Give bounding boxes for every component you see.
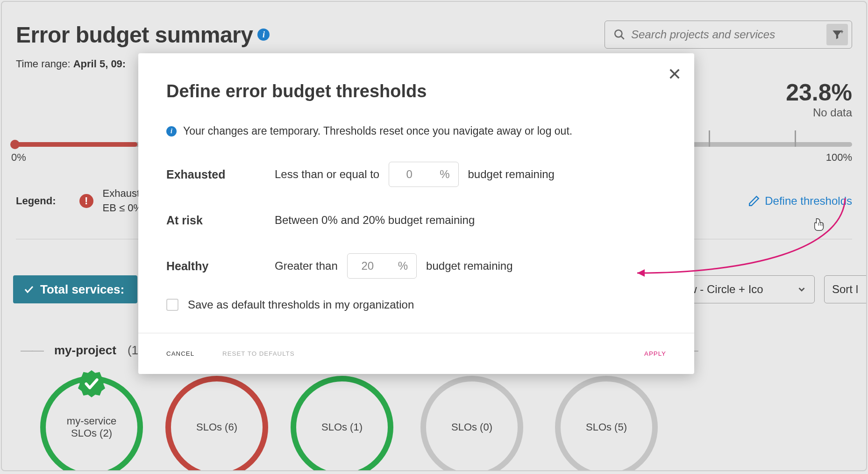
- exhausted-post: budget remaining: [468, 168, 555, 181]
- check-icon: [23, 284, 35, 295]
- info-icon[interactable]: i: [257, 29, 270, 41]
- gauge-left-label: 0%: [11, 151, 26, 164]
- search-input[interactable]: [626, 28, 826, 41]
- legend-label: Legend:: [16, 195, 56, 207]
- svg-line-1: [621, 36, 624, 39]
- pencil-icon: [748, 195, 760, 207]
- thresholds-modal: Define error budget thresholds i Your ch…: [138, 53, 694, 374]
- page-title: Error budget summary: [16, 22, 253, 48]
- healthy-label: Healthy: [166, 259, 264, 273]
- gauge-right-label: 100%: [826, 151, 852, 164]
- search-box[interactable]: +: [605, 21, 852, 49]
- stat-value: 23.8%: [786, 79, 852, 106]
- funnel-plus-icon: +: [831, 29, 843, 41]
- service-circle[interactable]: SLOs (6): [165, 376, 268, 471]
- service-circle[interactable]: SLOs (0): [420, 376, 523, 471]
- service-slo-count: SLOs (2): [71, 427, 112, 439]
- reset-defaults-button[interactable]: RESET TO DEFAULTS: [222, 350, 295, 357]
- save-default-checkbox[interactable]: [166, 299, 178, 311]
- view-select[interactable]: ew - Circle + Ico: [675, 275, 815, 303]
- sort-select[interactable]: Sort l: [824, 275, 867, 303]
- service-slo-count: SLOs (6): [196, 421, 237, 433]
- svg-text:+: +: [840, 29, 844, 35]
- percent-unit: %: [440, 168, 449, 181]
- close-icon: [668, 67, 681, 80]
- service-circle[interactable]: SLOs (1): [291, 376, 393, 471]
- service-circle[interactable]: SLOs (5): [555, 376, 658, 471]
- search-icon: [613, 29, 626, 41]
- close-button[interactable]: [668, 65, 681, 83]
- info-icon: i: [166, 126, 177, 136]
- healthy-input-wrap[interactable]: %: [347, 253, 417, 279]
- healthy-pre: Greater than: [275, 259, 338, 273]
- gauge-knob[interactable]: [10, 140, 20, 149]
- total-services-chip[interactable]: Total services:: [13, 275, 137, 303]
- percent-unit: %: [398, 259, 408, 273]
- collapse-handle[interactable]: ——: [21, 343, 43, 358]
- group-name: my-project: [54, 343, 116, 358]
- service-slo-count: SLOs (5): [586, 421, 627, 433]
- modal-title: Define error budget thresholds: [166, 81, 666, 101]
- cursor-icon: [813, 217, 827, 231]
- filter-button[interactable]: +: [826, 24, 848, 45]
- exhausted-label: Exhausted: [166, 168, 264, 181]
- chevron-down-icon: [797, 284, 807, 294]
- exhausted-input[interactable]: [398, 168, 421, 181]
- healthy-input[interactable]: [356, 259, 379, 273]
- healthy-post: budget remaining: [426, 259, 512, 273]
- cancel-button[interactable]: CANCEL: [166, 350, 194, 357]
- service-name: my-service: [67, 415, 116, 427]
- define-thresholds-link[interactable]: Define thresholds: [748, 194, 852, 208]
- save-default-label: Save as default thresholds in my organiz…: [188, 298, 414, 311]
- service-circle[interactable]: my-service SLOs (2): [40, 376, 143, 471]
- verified-seal-icon: [77, 369, 106, 398]
- service-slo-count: SLOs (0): [451, 421, 492, 433]
- stat-label: No data: [786, 106, 852, 119]
- exhausted-pre: Less than or equal to: [275, 168, 379, 181]
- exhausted-input-wrap[interactable]: %: [389, 162, 458, 187]
- legend-exhausted: Exhaust EB ≤ 0%: [103, 187, 142, 215]
- atrisk-text: Between 0% and 20% budget remaining: [275, 214, 475, 227]
- svg-point-0: [615, 30, 622, 37]
- apply-button[interactable]: APPLY: [644, 350, 666, 357]
- atrisk-label: At risk: [166, 214, 264, 227]
- exhausted-badge-icon: !: [79, 194, 93, 208]
- service-slo-count: SLOs (1): [321, 421, 363, 433]
- modal-note-text: Your changes are temporary. Thresholds r…: [183, 125, 572, 137]
